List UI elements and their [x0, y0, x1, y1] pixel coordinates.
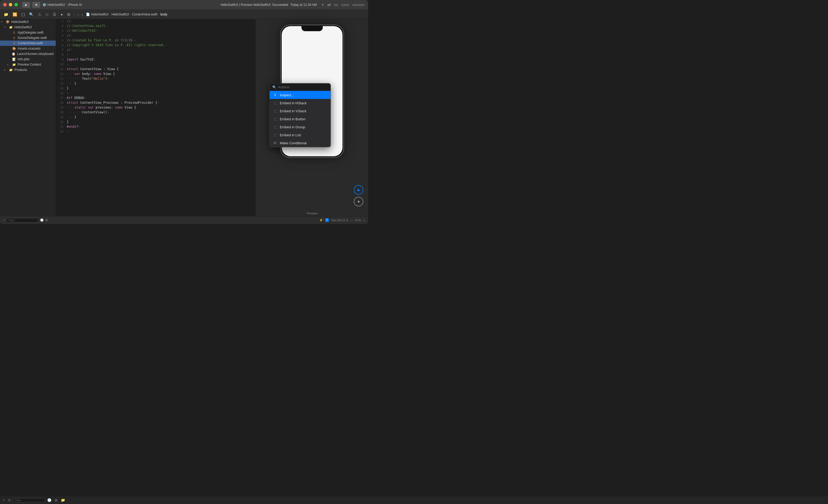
- swift-icon: S: [12, 36, 16, 39]
- main-layout: ▾ 📦 HelloSwiftUI ▾ 📁 HelloSwiftUI S AppD…: [0, 19, 368, 216]
- sidebar-item-scenedelegate[interactable]: S SceneDelegate.swift: [0, 35, 56, 41]
- sidebar-item-label: HelloSwiftUI: [14, 25, 32, 29]
- text-info: Text 39×21.5: [331, 219, 348, 222]
- swift-icon: S: [12, 42, 16, 45]
- code-editor[interactable]: 1 //· 2 //·ContentView.swift· 3 //·Hello…: [56, 19, 256, 216]
- sidebar-item-contentview[interactable]: S ContentView.swift: [0, 41, 56, 46]
- sidebar-item-group[interactable]: ▾ 📁 HelloSwiftUI: [0, 25, 56, 30]
- close-button[interactable]: [3, 3, 7, 6]
- preview-stop-button[interactable]: ■: [354, 197, 363, 206]
- layout-1-button[interactable]: ▭: [333, 2, 338, 8]
- breadcrumb-path: ⚙️ HelloSwiftUI › iPhone Xr: [42, 3, 82, 7]
- traffic-lights: [3, 3, 18, 6]
- debug-btn[interactable]: ☰: [51, 11, 58, 17]
- grid-icon[interactable]: ⊞: [45, 218, 48, 222]
- code-line-22: 22 }: [56, 120, 256, 125]
- folder-toggle[interactable]: 📁: [2, 11, 10, 17]
- group-icon: ⬚: [273, 125, 277, 129]
- context-menu-item-embed-list[interactable]: ⬚ Embed in List: [270, 131, 331, 139]
- layout-3-button[interactable]: ▭▭▭: [352, 2, 365, 8]
- sidebar-item-launchscreen[interactable]: 📋 LaunchScreen.storyboard: [0, 51, 56, 56]
- button-icon: ⬚: [273, 117, 277, 121]
- source-control-btn[interactable]: 🔀: [11, 11, 19, 17]
- disclosure-group: ▾: [4, 26, 7, 29]
- code-line-20: 20 ········ContentView()·: [56, 111, 256, 115]
- code-line-9: 9 import SwiftUI·: [56, 57, 256, 62]
- breadcrumb-folder[interactable]: HelloSwiftUI: [112, 12, 129, 16]
- code-line-24: 24 ·: [56, 130, 256, 134]
- breadcrumb-file-icon: 📄: [86, 12, 90, 16]
- hstack-icon: ⬚: [273, 101, 277, 105]
- sidebar-item-label: Info.plist: [17, 57, 30, 61]
- context-menu-item-inspect[interactable]: ℹ Inspect...: [270, 91, 331, 99]
- zoom-level: 67%: [355, 219, 361, 222]
- code-line-14: 14 ····}: [56, 82, 256, 86]
- warning-btn[interactable]: ⚠: [36, 11, 43, 17]
- disclosure-products: ▸: [4, 69, 7, 71]
- play-icon: ▶: [358, 188, 360, 192]
- code-line-4: 4 //·: [56, 34, 256, 38]
- test-btn[interactable]: ◇: [44, 11, 50, 17]
- context-menu-item-embed-hstack[interactable]: ⬚ Embed in HStack: [270, 99, 331, 107]
- sidebar-item-label: SceneDelegate.swift: [17, 36, 47, 40]
- sidebar-item-label: Preview Content: [17, 63, 41, 67]
- zoom-in-button[interactable]: +: [363, 219, 365, 222]
- titlebar: ▶ ■ ⚙️ HelloSwiftUI › iPhone Xr HelloSwi…: [0, 0, 368, 10]
- nav-back[interactable]: ‹: [77, 12, 80, 17]
- context-menu: 🔍 ℹ Inspect... ⬚ Embed in HStack ⬚ Embed…: [270, 83, 331, 147]
- clock-icon[interactable]: 🕐: [40, 218, 44, 222]
- preview-play-button[interactable]: ▶: [354, 185, 363, 195]
- sidebar-item-assets[interactable]: 🎨 Assets.xcassets: [0, 46, 56, 51]
- navigator-toggle[interactable]: ⇄: [327, 2, 331, 8]
- code-line-16: 16 ·: [56, 91, 256, 96]
- nav-forward[interactable]: ›: [80, 12, 84, 17]
- env-btn[interactable]: ⊞: [66, 11, 72, 17]
- sidebar-item-preview-content[interactable]: ▸ 📁 Preview Content: [0, 62, 56, 67]
- breadcrumb-project[interactable]: HelloSwiftUI: [91, 12, 108, 16]
- project-name: HelloSwiftUI: [47, 3, 65, 7]
- add-file-status-button[interactable]: +: [3, 219, 5, 222]
- breakpoint-btn[interactable]: ●: [59, 11, 64, 17]
- breadcrumb-file[interactable]: ContentView.swift: [132, 12, 157, 16]
- stop-icon: ■: [358, 200, 359, 204]
- plist-icon: 📝: [12, 57, 16, 61]
- zoom-separator: —: [350, 219, 353, 222]
- layout-2-button[interactable]: ▭▭: [341, 2, 350, 8]
- code-line-18: 18 struct ContentView_Previews : Preview…: [56, 101, 256, 106]
- breadcrumb-symbol[interactable]: body: [160, 12, 167, 16]
- context-menu-search-input[interactable]: [278, 85, 328, 89]
- sidebar-item-label: ContentView.swift: [17, 41, 43, 45]
- context-menu-item-label: Embed in VStack: [280, 109, 306, 113]
- maximize-button[interactable]: [14, 3, 18, 6]
- search-btn[interactable]: 🔍: [28, 11, 35, 17]
- sidebar-item-label: Assets.xcassets: [17, 47, 41, 50]
- sidebar-item-root[interactable]: ▾ 📦 HelloSwiftUI: [0, 19, 56, 25]
- assets-icon: 🎨: [12, 47, 16, 50]
- context-menu-item-embed-group[interactable]: ⬚ Embed in Group: [270, 123, 331, 131]
- swift-icon-status: ⚡: [319, 218, 323, 222]
- titlebar-center: ▶ ■ ⚙️ HelloSwiftUI › iPhone Xr: [22, 2, 82, 8]
- run-button[interactable]: ▶: [22, 2, 30, 8]
- statusbar-left: + 🕐 ⊞: [3, 218, 48, 222]
- code-line-21: 21 ····}: [56, 115, 256, 120]
- titlebar-status: HelloSwiftUI | Preview HelloSwiftUI: Suc…: [220, 3, 317, 7]
- context-menu-item-embed-button[interactable]: ⬚ Embed in Button: [270, 115, 331, 123]
- code-line-23: 23 #endif·: [56, 125, 256, 130]
- sidebar-item-appdelegate[interactable]: S AppDelegate.swift: [0, 30, 56, 35]
- stop-button[interactable]: ■: [32, 2, 40, 8]
- context-menu-item-embed-vstack[interactable]: ⬚ Embed in VStack: [270, 107, 331, 115]
- context-menu-item-make-conditional[interactable]: 52 Make Conditional: [270, 139, 331, 147]
- code-line-7: 7 //·: [56, 48, 256, 53]
- sidebar-item-infoplist[interactable]: 📝 Info.plist: [0, 56, 56, 62]
- add-button[interactable]: +: [321, 2, 325, 8]
- symbol-btn[interactable]: { }: [20, 11, 27, 17]
- minimize-button[interactable]: [9, 3, 12, 6]
- disclosure-root: ▾: [1, 20, 4, 23]
- context-menu-item-label: Inspect...: [280, 93, 294, 97]
- sidebar-item-products[interactable]: ▸ 📁 Products: [0, 67, 56, 73]
- statusbar-filter-input[interactable]: [6, 218, 38, 222]
- nav-arrows: ‹ ›: [77, 12, 84, 17]
- preview-panel: Hello 🔍 ℹ Inspect... ⬚ Embed in HStack ⬚…: [256, 19, 368, 216]
- swift-icon: S: [12, 31, 16, 34]
- text-type-icon: T: [325, 218, 329, 222]
